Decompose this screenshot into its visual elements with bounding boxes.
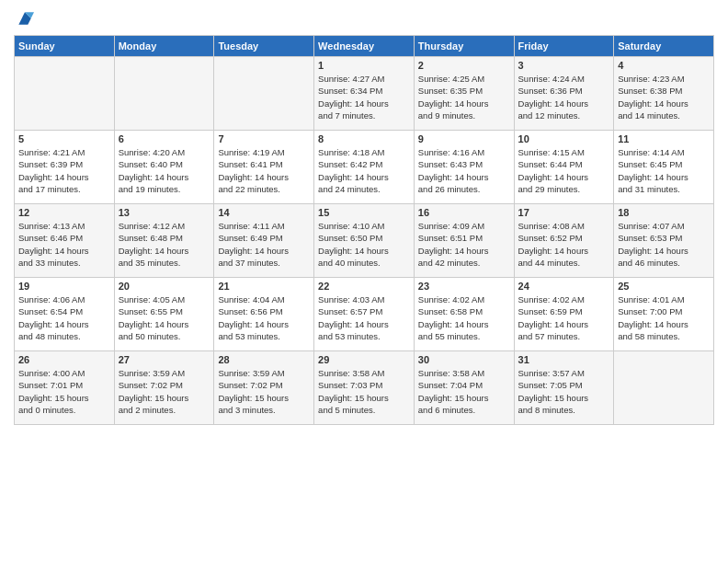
day-cell: 7Sunrise: 4:19 AM Sunset: 6:41 PM Daylig…: [214, 131, 314, 204]
day-cell: 17Sunrise: 4:08 AM Sunset: 6:52 PM Dayli…: [514, 204, 614, 278]
day-number: 31: [518, 354, 610, 365]
header-cell-thursday: Thursday: [414, 36, 514, 57]
day-info: Sunrise: 3:58 AM Sunset: 7:04 PM Dayligh…: [418, 367, 510, 416]
day-info: Sunrise: 4:16 AM Sunset: 6:43 PM Dayligh…: [418, 146, 510, 195]
day-cell: 12Sunrise: 4:13 AM Sunset: 6:46 PM Dayli…: [15, 204, 115, 278]
day-number: 30: [418, 354, 510, 365]
logo: [14, 9, 34, 28]
day-cell: 27Sunrise: 3:59 AM Sunset: 7:02 PM Dayli…: [114, 351, 214, 425]
day-cell: 8Sunrise: 4:18 AM Sunset: 6:42 PM Daylig…: [314, 131, 415, 204]
day-number: 13: [119, 207, 210, 218]
calendar-table: SundayMondayTuesdayWednesdayThursdayFrid…: [14, 35, 714, 425]
day-number: 26: [18, 354, 110, 365]
day-number: 6: [119, 133, 210, 144]
day-cell: 2Sunrise: 4:25 AM Sunset: 6:35 PM Daylig…: [414, 57, 514, 131]
day-info: Sunrise: 4:08 AM Sunset: 6:52 PM Dayligh…: [518, 220, 610, 269]
day-info: Sunrise: 4:19 AM Sunset: 6:41 PM Dayligh…: [218, 146, 310, 195]
day-number: 17: [518, 207, 610, 218]
day-cell: 19Sunrise: 4:06 AM Sunset: 6:54 PM Dayli…: [15, 278, 115, 351]
day-cell: 26Sunrise: 4:00 AM Sunset: 7:01 PM Dayli…: [15, 351, 115, 425]
page-header: [14, 9, 714, 28]
day-cell: 30Sunrise: 3:58 AM Sunset: 7:04 PM Dayli…: [414, 351, 514, 425]
day-number: 23: [418, 281, 510, 292]
day-number: 22: [318, 281, 410, 292]
day-number: 15: [318, 207, 410, 218]
day-info: Sunrise: 4:06 AM Sunset: 6:54 PM Dayligh…: [18, 293, 110, 342]
day-info: Sunrise: 4:14 AM Sunset: 6:45 PM Dayligh…: [618, 146, 710, 195]
day-cell: 23Sunrise: 4:02 AM Sunset: 6:58 PM Dayli…: [414, 278, 514, 351]
day-cell: 9Sunrise: 4:16 AM Sunset: 6:43 PM Daylig…: [414, 131, 514, 204]
day-number: 19: [18, 281, 110, 292]
day-info: Sunrise: 4:11 AM Sunset: 6:49 PM Dayligh…: [218, 220, 310, 269]
day-cell: 11Sunrise: 4:14 AM Sunset: 6:45 PM Dayli…: [614, 131, 714, 204]
week-row-5: 26Sunrise: 4:00 AM Sunset: 7:01 PM Dayli…: [15, 351, 714, 425]
day-cell: 29Sunrise: 3:58 AM Sunset: 7:03 PM Dayli…: [314, 351, 415, 425]
day-info: Sunrise: 4:03 AM Sunset: 6:57 PM Dayligh…: [318, 293, 410, 342]
day-cell: 20Sunrise: 4:05 AM Sunset: 6:55 PM Dayli…: [114, 278, 214, 351]
day-cell: 22Sunrise: 4:03 AM Sunset: 6:57 PM Dayli…: [314, 278, 415, 351]
day-cell: 24Sunrise: 4:02 AM Sunset: 6:59 PM Dayli…: [514, 278, 614, 351]
day-cell: 1Sunrise: 4:27 AM Sunset: 6:34 PM Daylig…: [314, 57, 415, 131]
day-cell: 10Sunrise: 4:15 AM Sunset: 6:44 PM Dayli…: [514, 131, 614, 204]
day-info: Sunrise: 4:05 AM Sunset: 6:55 PM Dayligh…: [119, 293, 210, 342]
day-number: 2: [418, 60, 510, 71]
logo-icon: [16, 9, 34, 28]
day-number: 5: [18, 133, 110, 144]
day-number: 11: [618, 133, 710, 144]
day-info: Sunrise: 4:07 AM Sunset: 6:53 PM Dayligh…: [618, 220, 710, 269]
header-cell-tuesday: Tuesday: [214, 36, 314, 57]
header-cell-sunday: Sunday: [15, 36, 115, 57]
day-number: 1: [318, 60, 410, 71]
day-number: 12: [18, 207, 110, 218]
day-info: Sunrise: 4:12 AM Sunset: 6:48 PM Dayligh…: [119, 220, 210, 269]
day-number: 18: [618, 207, 710, 218]
day-number: 8: [318, 133, 410, 144]
day-cell: 25Sunrise: 4:01 AM Sunset: 7:00 PM Dayli…: [614, 278, 714, 351]
day-number: 9: [418, 133, 510, 144]
day-cell: 15Sunrise: 4:10 AM Sunset: 6:50 PM Dayli…: [314, 204, 415, 278]
day-cell: 13Sunrise: 4:12 AM Sunset: 6:48 PM Dayli…: [114, 204, 214, 278]
day-info: Sunrise: 4:18 AM Sunset: 6:42 PM Dayligh…: [318, 146, 410, 195]
day-info: Sunrise: 4:01 AM Sunset: 7:00 PM Dayligh…: [618, 293, 710, 342]
day-info: Sunrise: 3:58 AM Sunset: 7:03 PM Dayligh…: [318, 367, 410, 416]
week-row-1: 1Sunrise: 4:27 AM Sunset: 6:34 PM Daylig…: [15, 57, 714, 131]
day-cell: 4Sunrise: 4:23 AM Sunset: 6:38 PM Daylig…: [614, 57, 714, 131]
day-info: Sunrise: 4:20 AM Sunset: 6:40 PM Dayligh…: [119, 146, 210, 195]
day-cell: 18Sunrise: 4:07 AM Sunset: 6:53 PM Dayli…: [614, 204, 714, 278]
day-cell: [614, 351, 714, 425]
header-cell-monday: Monday: [114, 36, 214, 57]
day-cell: 16Sunrise: 4:09 AM Sunset: 6:51 PM Dayli…: [414, 204, 514, 278]
day-cell: 31Sunrise: 3:57 AM Sunset: 7:05 PM Dayli…: [514, 351, 614, 425]
day-number: 3: [518, 60, 610, 71]
page-container: SundayMondayTuesdayWednesdayThursdayFrid…: [0, 0, 728, 434]
day-info: Sunrise: 4:25 AM Sunset: 6:35 PM Dayligh…: [418, 73, 510, 121]
day-number: 29: [318, 354, 410, 365]
day-info: Sunrise: 4:23 AM Sunset: 6:38 PM Dayligh…: [618, 73, 710, 121]
day-info: Sunrise: 4:10 AM Sunset: 6:50 PM Dayligh…: [318, 220, 410, 269]
day-number: 28: [218, 354, 310, 365]
day-cell: 3Sunrise: 4:24 AM Sunset: 6:36 PM Daylig…: [514, 57, 614, 131]
day-number: 4: [618, 60, 710, 71]
day-number: 10: [518, 133, 610, 144]
day-cell: [214, 57, 314, 131]
week-row-2: 5Sunrise: 4:21 AM Sunset: 6:39 PM Daylig…: [15, 131, 714, 204]
day-info: Sunrise: 4:15 AM Sunset: 6:44 PM Dayligh…: [518, 146, 610, 195]
day-number: 24: [518, 281, 610, 292]
day-cell: 6Sunrise: 4:20 AM Sunset: 6:40 PM Daylig…: [114, 131, 214, 204]
day-info: Sunrise: 4:21 AM Sunset: 6:39 PM Dayligh…: [18, 146, 110, 195]
day-cell: 28Sunrise: 3:59 AM Sunset: 7:02 PM Dayli…: [214, 351, 314, 425]
day-info: Sunrise: 4:13 AM Sunset: 6:46 PM Dayligh…: [18, 220, 110, 269]
day-info: Sunrise: 4:02 AM Sunset: 6:58 PM Dayligh…: [418, 293, 510, 342]
day-number: 25: [618, 281, 710, 292]
day-info: Sunrise: 4:04 AM Sunset: 6:56 PM Dayligh…: [218, 293, 310, 342]
day-number: 21: [218, 281, 310, 292]
day-number: 27: [119, 354, 210, 365]
day-info: Sunrise: 3:59 AM Sunset: 7:02 PM Dayligh…: [119, 367, 210, 416]
header-cell-wednesday: Wednesday: [314, 36, 415, 57]
day-cell: [114, 57, 214, 131]
day-info: Sunrise: 4:09 AM Sunset: 6:51 PM Dayligh…: [418, 220, 510, 269]
day-cell: 21Sunrise: 4:04 AM Sunset: 6:56 PM Dayli…: [214, 278, 314, 351]
day-info: Sunrise: 4:00 AM Sunset: 7:01 PM Dayligh…: [18, 367, 110, 416]
day-info: Sunrise: 4:24 AM Sunset: 6:36 PM Dayligh…: [518, 73, 610, 121]
day-number: 14: [218, 207, 310, 218]
